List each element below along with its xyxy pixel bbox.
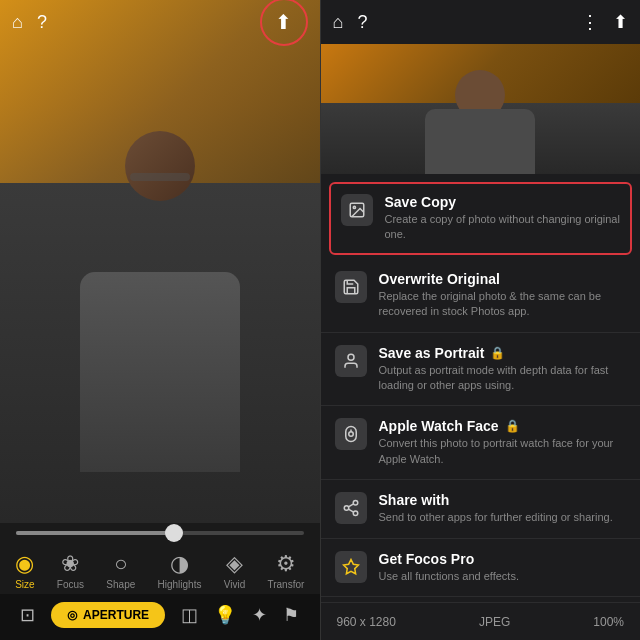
aperture-label: APERTURE xyxy=(83,608,149,622)
focus-icon: ❀ xyxy=(61,551,79,577)
magic-icon[interactable]: ✦ xyxy=(252,604,267,626)
focus-label: Focus xyxy=(57,579,84,590)
right-bottom-bar: 960 x 1280 JPEG 100% xyxy=(321,602,641,640)
person-head xyxy=(125,131,195,201)
svg-point-6 xyxy=(353,501,358,506)
focos-pro-text: Get Focos Pro Use all functions and effe… xyxy=(379,551,627,584)
help-button[interactable]: ? xyxy=(37,13,47,31)
size-label: Size xyxy=(15,579,34,590)
tool-focus[interactable]: ❀ Focus xyxy=(57,551,84,590)
compare-icon[interactable]: ◫ xyxy=(181,604,198,626)
svg-point-8 xyxy=(353,511,358,516)
watch-face-lock-icon: 🔒 xyxy=(505,419,520,433)
tool-vivid[interactable]: ◈ Vivid xyxy=(224,551,246,590)
right-top-bar: ⌂ ? ⋮ ⬆ xyxy=(321,0,641,44)
save-copy-title: Save Copy xyxy=(385,194,621,210)
save-copy-desc: Create a copy of photo without changing … xyxy=(385,212,621,243)
transform-label: Transfor xyxy=(267,579,304,590)
highlights-icon: ◑ xyxy=(170,551,189,577)
light-icon[interactable]: 💡 xyxy=(214,604,236,626)
right-photo-inner xyxy=(321,44,641,174)
menu-item-focos-pro[interactable]: Get Focos Pro Use all functions and effe… xyxy=(321,539,641,597)
overwrite-icon xyxy=(335,271,367,303)
transform-icon: ⚙ xyxy=(276,551,296,577)
portrait-lock-icon: 🔒 xyxy=(490,346,505,360)
svg-marker-11 xyxy=(343,559,358,573)
share-icon xyxy=(335,492,367,524)
right-top-left-icons: ⌂ ? xyxy=(333,13,368,31)
focos-pro-title: Get Focos Pro xyxy=(379,551,627,567)
format-info: JPEG xyxy=(479,615,510,629)
menu-item-watch-face[interactable]: Apple Watch Face 🔒 Convert this photo to… xyxy=(321,406,641,480)
menu-item-save-copy[interactable]: Save Copy Create a copy of photo without… xyxy=(329,182,633,255)
overwrite-title: Overwrite Original xyxy=(379,271,627,287)
share-title: Share with xyxy=(379,492,627,508)
svg-rect-3 xyxy=(345,427,356,442)
watch-face-icon xyxy=(335,418,367,450)
menu-item-portrait[interactable]: Save as Portrait 🔒 Output as portrait mo… xyxy=(321,333,641,407)
right-photo-preview xyxy=(321,44,641,174)
shape-icon: ○ xyxy=(114,551,127,577)
photo-area xyxy=(0,0,320,523)
right-panel: ⌂ ? ⋮ ⬆ Save Copy Create xyxy=(321,0,641,640)
left-panel: ⌂ ? ⬆ ◉ Size xyxy=(0,0,320,640)
overwrite-desc: Replace the original photo & the same ca… xyxy=(379,289,627,320)
focos-pro-desc: Use all functions and effects. xyxy=(379,569,627,584)
portrait-title: Save as Portrait 🔒 xyxy=(379,345,627,361)
svg-line-9 xyxy=(348,509,353,512)
aperture-button[interactable]: ◎ APERTURE xyxy=(51,602,165,628)
slider-area xyxy=(0,523,320,543)
slider-track[interactable] xyxy=(16,531,304,535)
share-desc: Send to other apps for further editing o… xyxy=(379,510,627,525)
portrait-desc: Output as portrait mode with depth data … xyxy=(379,363,627,394)
left-top-bar: ⌂ ? ⬆ xyxy=(0,0,320,44)
menu-item-overwrite[interactable]: Overwrite Original Replace the original … xyxy=(321,259,641,333)
focos-pro-icon xyxy=(335,551,367,583)
vivid-icon: ◈ xyxy=(226,551,243,577)
right-home-button[interactable]: ⌂ xyxy=(333,13,344,31)
person-glasses xyxy=(130,173,190,181)
vivid-label: Vivid xyxy=(224,579,246,590)
portrait-icon xyxy=(335,345,367,377)
aperture-icon: ◎ xyxy=(67,608,77,622)
slider-thumb[interactable] xyxy=(165,524,183,542)
svg-point-2 xyxy=(348,354,354,360)
right-more-button[interactable]: ⋮ xyxy=(581,13,599,31)
right-upload-button[interactable]: ⬆ xyxy=(613,13,628,31)
right-top-right-icons: ⋮ ⬆ xyxy=(581,13,628,31)
flag-icon[interactable]: ⚑ xyxy=(283,604,299,626)
crop-icon[interactable]: ⊡ xyxy=(20,604,35,626)
svg-point-4 xyxy=(348,432,353,437)
home-button[interactable]: ⌂ xyxy=(12,13,23,31)
share-text: Share with Send to other apps for furthe… xyxy=(379,492,627,525)
watch-face-title: Apple Watch Face 🔒 xyxy=(379,418,627,434)
tool-size[interactable]: ◉ Size xyxy=(15,551,34,590)
watch-face-desc: Convert this photo to portrait watch fac… xyxy=(379,436,627,467)
left-bottom-bar: ⊡ ◎ APERTURE ◫ 💡 ✦ ⚑ xyxy=(0,594,320,640)
right-help-button[interactable]: ? xyxy=(357,13,367,31)
svg-point-1 xyxy=(353,206,355,208)
upload-button[interactable]: ⬆ xyxy=(260,0,308,46)
overwrite-text: Overwrite Original Replace the original … xyxy=(379,271,627,320)
zoom-info: 100% xyxy=(593,615,624,629)
menu-list: Save Copy Create a copy of photo without… xyxy=(321,174,641,602)
slider-fill xyxy=(16,531,174,535)
tool-highlights[interactable]: ◑ Highlights xyxy=(158,551,202,590)
size-icon: ◉ xyxy=(15,551,34,577)
save-copy-icon xyxy=(341,194,373,226)
highlights-label: Highlights xyxy=(158,579,202,590)
portrait-text: Save as Portrait 🔒 Output as portrait mo… xyxy=(379,345,627,394)
svg-line-10 xyxy=(348,504,353,507)
tool-transform[interactable]: ⚙ Transfor xyxy=(267,551,304,590)
watch-face-text: Apple Watch Face 🔒 Convert this photo to… xyxy=(379,418,627,467)
shape-label: Shape xyxy=(106,579,135,590)
photo-background xyxy=(0,0,320,523)
resolution-info: 960 x 1280 xyxy=(337,615,396,629)
svg-point-7 xyxy=(344,506,349,511)
tools-row: ◉ Size ❀ Focus ○ Shape ◑ Highlights ◈ Vi… xyxy=(0,543,320,594)
person-body xyxy=(80,272,240,472)
tool-shape[interactable]: ○ Shape xyxy=(106,551,135,590)
save-copy-text: Save Copy Create a copy of photo without… xyxy=(385,194,621,243)
menu-item-share[interactable]: Share with Send to other apps for furthe… xyxy=(321,480,641,538)
left-top-left-icons: ⌂ ? xyxy=(12,13,47,31)
